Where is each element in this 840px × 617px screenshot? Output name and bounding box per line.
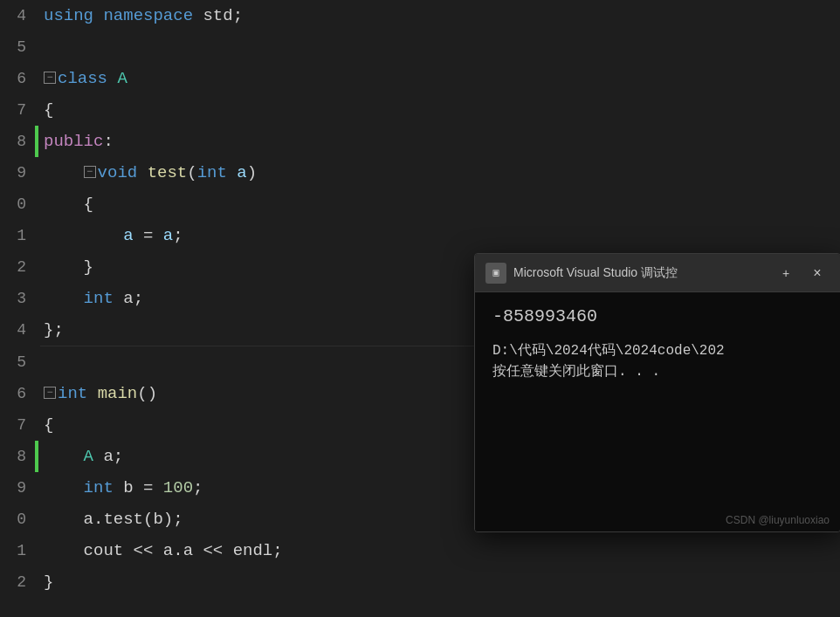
collapse-icon[interactable]: − [44,72,56,84]
vs-icon: ▣ [485,263,506,284]
output-path: D:\代码\2024代码\2024code\202 按任意键关闭此窗口. . . [492,340,823,382]
line-number: 0 [0,511,35,528]
line-content: int a; [40,289,143,308]
line-content: } [40,257,93,277]
line-content: { [40,195,93,214]
code-token: cout << a.a << endl; [84,541,283,560]
line-content: A a; [40,447,123,466]
line-number: 8 [0,133,35,150]
code-line: 7{ [0,94,840,126]
code-token: int [197,163,227,182]
watermark: CSDN @liuyunluoxiao [475,509,840,531]
code-token: A [84,447,93,466]
code-line: 1 cout << a.a << endl; [0,535,840,566]
line-content: −void test(int a) [40,163,257,182]
debug-popup: ▣ Microsoft Visual Studio 调试控 + × -85899… [474,253,840,532]
code-line: 5 [0,31,840,63]
code-line: 2} [0,566,840,598]
code-token: int [84,478,114,497]
code-token: a [163,226,173,245]
line-number: 0 [0,195,35,213]
code-token: : [103,132,113,151]
code-token: using [44,6,93,25]
line-content: −class A [40,69,127,88]
collapse-icon[interactable]: − [44,387,56,399]
popup-title-left: ▣ Microsoft Visual Studio 调试控 [485,263,678,284]
code-token: a.test(b); [84,510,183,529]
code-token: namespace [103,6,193,25]
code-line: 6−class A [0,63,840,94]
line-content: −int main() [40,384,157,403]
change-indicator [35,441,38,472]
maximize-button[interactable]: + [774,261,798,285]
line-number: 7 [0,416,35,434]
code-token: A [117,69,127,88]
code-token: a [237,163,246,182]
code-token: { [84,195,93,214]
code-token: }; [44,320,64,339]
line-number: 2 [0,258,35,276]
code-token: { [44,100,53,120]
code-token: () [137,384,157,403]
popup-content: -858993460 D:\代码\2024代码\2024code\202 按任意… [475,292,840,509]
code-token: ; [193,478,203,497]
close-button[interactable]: × [805,261,830,285]
code-token: std; [193,6,243,25]
code-token: void [98,163,138,182]
code-token: int [58,384,87,403]
code-token: class [58,69,107,88]
popup-controls: + × [774,261,830,285]
popup-title: Microsoft Visual Studio 调试控 [513,265,678,281]
code-token: a [123,226,133,245]
line-content: cout << a.a << endl; [40,541,283,560]
line-content: { [40,100,53,120]
code-token: b = [114,478,163,497]
code-token: ( [187,163,196,182]
line-number: 4 [0,7,35,24]
code-line: 8public: [0,126,840,157]
line-content: int b = 100; [40,478,203,497]
line-content: }; [40,320,64,339]
code-token: main [98,384,138,403]
line-content: a.test(b); [40,510,183,529]
code-token: int [84,289,114,308]
output-value: -858993460 [492,306,823,326]
code-line: 1 a = a; [0,220,840,251]
code-token: { [44,415,53,435]
code-token [107,69,117,88]
collapse-icon[interactable]: − [84,166,96,178]
line-number: 2 [0,573,35,591]
line-number: 3 [0,290,35,307]
code-line: 0 { [0,189,840,220]
code-token [93,6,103,25]
line-number: 5 [0,353,35,371]
code-token: } [84,257,93,277]
line-number: 9 [0,164,35,182]
code-token: = [134,226,163,245]
line-number: 6 [0,385,35,402]
line-number: 6 [0,70,35,87]
code-token [137,163,147,182]
code-token: a; [114,289,143,308]
code-line: 4using namespace std; [0,0,840,31]
code-token: ; [173,226,182,245]
line-number: 8 [0,448,35,465]
line-content: } [40,572,53,592]
change-indicator [35,126,38,157]
code-token: test [148,163,188,182]
code-token: a; [93,447,123,466]
line-number: 4 [0,321,35,339]
code-token [87,384,97,403]
code-token: } [44,572,53,592]
line-content: a = a; [40,226,183,245]
code-token: 100 [163,478,193,497]
line-number: 1 [0,227,35,244]
line-number: 7 [0,101,35,119]
line-number: 9 [0,479,35,497]
line-content: { [40,415,53,435]
line-content: public: [40,132,114,151]
popup-titlebar: ▣ Microsoft Visual Studio 调试控 + × [475,254,840,292]
code-token: ) [247,163,257,182]
line-content: using namespace std; [40,6,243,25]
code-token [227,163,237,182]
